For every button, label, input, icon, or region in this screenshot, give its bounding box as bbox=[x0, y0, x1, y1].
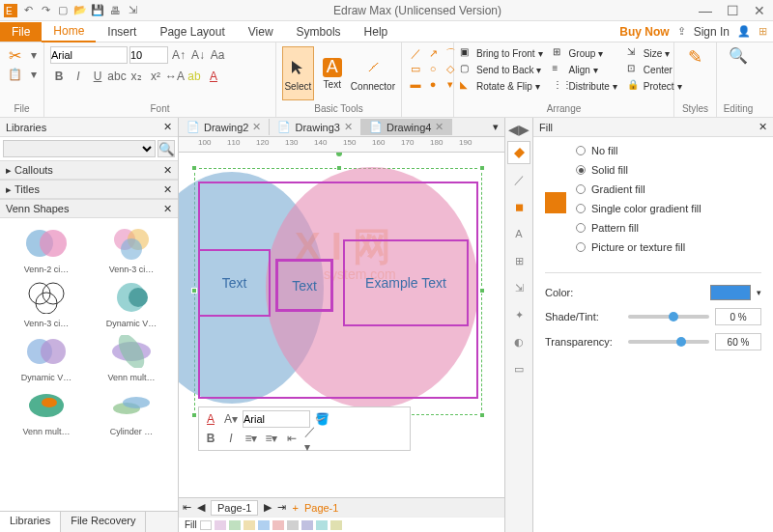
mini-indent[interactable]: ⇤ bbox=[283, 430, 301, 447]
styles-icon[interactable]: ✎ bbox=[688, 46, 702, 68]
superscript-icon[interactable]: x² bbox=[147, 68, 164, 85]
shadow-panel-btn[interactable]: ◼ bbox=[507, 195, 530, 218]
fill-panel-btn[interactable] bbox=[507, 141, 530, 164]
user-icon[interactable]: 👤 bbox=[737, 25, 751, 38]
shape-cylinder[interactable]: Cylinder … bbox=[91, 386, 172, 436]
layer-panel-btn[interactable]: ⊞ bbox=[507, 249, 530, 272]
connector-tool[interactable]: ⟋ Connector bbox=[351, 46, 395, 100]
swatch[interactable] bbox=[243, 520, 255, 530]
copy-icon[interactable]: ▾ bbox=[25, 46, 43, 64]
text-box-2[interactable]: Text bbox=[275, 259, 333, 312]
swatch[interactable] bbox=[258, 520, 270, 530]
close-icon[interactable]: ✕ bbox=[252, 121, 261, 133]
shape-dynamic-a[interactable]: Dynamic V… bbox=[91, 278, 172, 328]
accordion-callouts[interactable]: ▸ Callouts✕ bbox=[0, 160, 178, 180]
shrink-font-icon[interactable]: A↓ bbox=[189, 46, 207, 64]
send-to-back[interactable]: ▢Send to Back ▾ bbox=[460, 63, 543, 76]
mini-bold[interactable]: B bbox=[202, 430, 219, 447]
canvas[interactable]: X I 网 system.com Text Text Example Text … bbox=[179, 153, 504, 497]
swatch[interactable] bbox=[272, 520, 284, 530]
floating-format-toolbar[interactable]: A A▾ 🪣 B I ≡▾ ≡▾ ⇤ ／▾ bbox=[198, 406, 411, 451]
bring-to-front[interactable]: ▣Bring to Front ▾ bbox=[460, 46, 543, 60]
add-page[interactable]: + bbox=[292, 502, 298, 514]
open-icon[interactable]: 📂 bbox=[73, 4, 87, 17]
clipboard-icon[interactable]: 📋 bbox=[6, 66, 23, 83]
page-nav-last[interactable]: ⇥ bbox=[277, 501, 286, 514]
filled-circle-icon[interactable]: ● bbox=[425, 77, 441, 91]
maximize-button[interactable]: ☐ bbox=[723, 3, 742, 18]
print-icon[interactable]: 🖶 bbox=[108, 4, 122, 17]
filled-rect-icon[interactable]: ▬ bbox=[408, 77, 423, 91]
page-nav-fwd[interactable]: ▶ bbox=[264, 501, 272, 514]
menu-home[interactable]: Home bbox=[42, 21, 96, 42]
underline-icon[interactable]: U bbox=[89, 68, 106, 85]
close-icon[interactable]: ✕ bbox=[344, 121, 353, 133]
shape-venn-mult-b[interactable]: Venn mult… bbox=[6, 386, 87, 436]
distribute-btn[interactable]: ⋮⋮Distribute ▾ bbox=[553, 79, 617, 93]
text-tool[interactable]: A Text bbox=[317, 46, 348, 100]
mini-case[interactable]: A▾ bbox=[222, 410, 240, 428]
line-panel-btn[interactable]: ／ bbox=[507, 168, 530, 191]
swatch[interactable] bbox=[316, 520, 328, 530]
file-menu[interactable]: File bbox=[0, 22, 42, 42]
page-1-dup[interactable]: Page-1 bbox=[304, 502, 338, 514]
more-file-icon[interactable]: ▾ bbox=[25, 66, 43, 83]
color-picker[interactable] bbox=[710, 285, 751, 300]
effects-panel-btn[interactable]: ✦ bbox=[507, 303, 530, 326]
library-select[interactable] bbox=[3, 140, 156, 157]
rotate-flip[interactable]: ◣Rotate & Flip ▾ bbox=[460, 79, 543, 93]
page-panel-btn[interactable]: ▭ bbox=[507, 357, 530, 380]
font-select[interactable] bbox=[50, 46, 128, 64]
radio-no-fill[interactable]: No fill bbox=[576, 145, 701, 156]
export-icon[interactable]: ⇲ bbox=[126, 4, 139, 17]
page-nav-back[interactable]: ◀ bbox=[197, 501, 205, 514]
share-icon[interactable]: ⇪ bbox=[677, 25, 686, 38]
menu-view[interactable]: View bbox=[237, 22, 285, 42]
highlight-icon[interactable]: ab bbox=[186, 68, 203, 85]
rect-icon[interactable]: ▭ bbox=[408, 62, 423, 75]
transparency-value[interactable]: 60 % bbox=[715, 333, 761, 350]
page-1[interactable]: Page-1 bbox=[211, 500, 258, 516]
paste-icon[interactable]: ✂ bbox=[6, 46, 23, 64]
shape-gallery[interactable]: ／ ↗ ⌒ ▭ ○ ◇ ▬ ● ▾ bbox=[408, 46, 458, 91]
search-button[interactable]: 🔍 bbox=[157, 140, 175, 157]
swatch[interactable] bbox=[330, 520, 342, 530]
signin-link[interactable]: Sign In bbox=[694, 25, 730, 39]
close-icon[interactable]: ✕ bbox=[163, 183, 172, 196]
case-icon[interactable]: Aa bbox=[209, 46, 226, 64]
spacing-icon[interactable]: ↔A bbox=[166, 68, 184, 85]
text-box-1[interactable]: Text bbox=[198, 249, 271, 317]
swatch[interactable] bbox=[287, 520, 299, 530]
tab-libraries[interactable]: Libraries bbox=[0, 512, 61, 532]
radio-picture-fill[interactable]: Picture or texture fill bbox=[576, 241, 701, 253]
align-btn[interactable]: ≡Align ▾ bbox=[553, 63, 617, 76]
arrow-icon[interactable]: ↗ bbox=[425, 46, 441, 60]
text-box-3[interactable]: Example Text bbox=[343, 239, 469, 326]
text-panel-btn[interactable]: A bbox=[507, 222, 530, 245]
menu-help[interactable]: Help bbox=[353, 22, 400, 42]
rotate-handle[interactable] bbox=[336, 153, 342, 156]
circle-icon[interactable]: ○ bbox=[425, 62, 441, 75]
tabs-dropdown[interactable]: ▾ bbox=[487, 121, 504, 133]
theme-panel-btn[interactable]: ◐ bbox=[507, 330, 530, 353]
shape-venn2[interactable]: Venn-2 ci… bbox=[6, 224, 87, 274]
shape-venn3a[interactable]: Venn-3 ci… bbox=[91, 224, 172, 274]
extra-icon[interactable]: ⊞ bbox=[759, 25, 767, 38]
mini-align[interactable]: ≡▾ bbox=[263, 430, 280, 447]
shade-value[interactable]: 0 % bbox=[715, 308, 761, 325]
font-size-select[interactable] bbox=[129, 46, 168, 64]
subscript-icon[interactable]: x₂ bbox=[128, 68, 145, 85]
menu-page-layout[interactable]: Page Layout bbox=[148, 22, 236, 42]
mini-italic[interactable]: I bbox=[222, 430, 240, 447]
doc-tab-1[interactable]: 📄Drawing2✕ bbox=[179, 119, 270, 135]
italic-icon[interactable]: I bbox=[70, 68, 87, 85]
swatch[interactable] bbox=[200, 520, 212, 530]
close-icon[interactable]: ✕ bbox=[163, 203, 172, 215]
select-tool[interactable]: Select bbox=[282, 46, 314, 100]
font-color-icon[interactable]: A bbox=[205, 68, 222, 85]
swatch[interactable] bbox=[229, 520, 241, 530]
radio-gradient-fill[interactable]: Gradient fill bbox=[576, 183, 701, 195]
radio-pattern-fill[interactable]: Pattern fill bbox=[576, 222, 701, 234]
line-icon[interactable]: ／ bbox=[408, 46, 423, 60]
radio-single-gradient[interactable]: Single color gradient fill bbox=[576, 203, 701, 214]
